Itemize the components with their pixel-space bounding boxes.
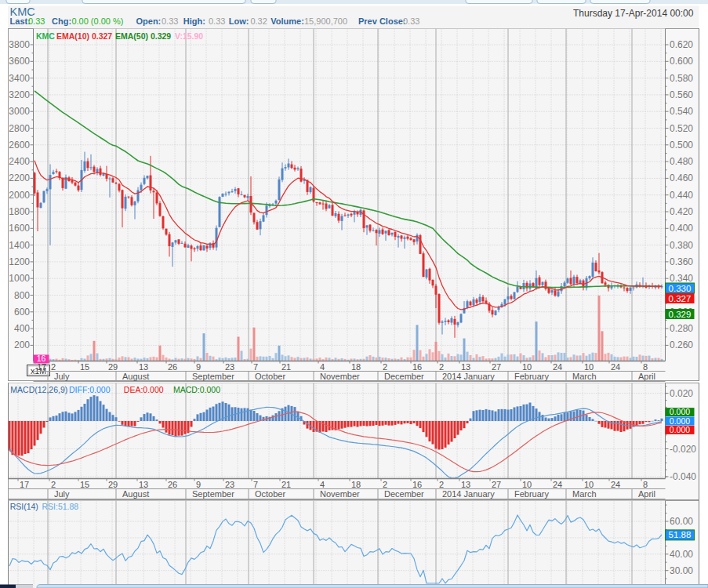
svg-text:2: 2 [439, 480, 444, 489]
svg-text:Volume:: Volume: [270, 16, 304, 26]
svg-text:1800: 1800 [9, 206, 30, 217]
svg-text:0.560: 0.560 [670, 89, 693, 100]
svg-text:21: 21 [281, 362, 291, 372]
svg-text:600: 600 [14, 307, 30, 318]
svg-text:0.280: 0.280 [670, 323, 693, 334]
svg-text:2: 2 [51, 480, 56, 489]
svg-text:2400: 2400 [9, 156, 30, 167]
svg-text:3000: 3000 [9, 106, 30, 117]
svg-text:2800: 2800 [9, 123, 30, 134]
svg-text:July: July [54, 489, 70, 499]
svg-text:0.460: 0.460 [670, 172, 693, 183]
svg-text:0.327: 0.327 [669, 294, 692, 303]
svg-text:November: November [320, 372, 360, 381]
svg-text:29: 29 [108, 480, 118, 489]
svg-text:0.33: 0.33 [28, 16, 45, 26]
svg-text:2014 January: 2014 January [442, 489, 495, 499]
svg-text:0.33: 0.33 [162, 16, 178, 26]
svg-text:0.32: 0.32 [250, 16, 267, 26]
svg-text:0.260: 0.260 [670, 339, 693, 350]
svg-text:3200: 3200 [9, 89, 30, 100]
svg-text:MACD:0.000: MACD:0.000 [173, 385, 220, 394]
svg-text:0.580: 0.580 [670, 73, 693, 84]
svg-text:1600: 1600 [9, 223, 30, 234]
svg-text:2: 2 [383, 362, 387, 372]
svg-text:7: 7 [253, 362, 258, 372]
svg-text:0.00 (0.00 %): 0.00 (0.00 %) [71, 16, 123, 26]
svg-text:September: September [192, 489, 234, 499]
svg-text:15,900,700: 15,900,700 [304, 16, 347, 26]
svg-text:8: 8 [643, 362, 648, 372]
svg-text:December: December [384, 372, 424, 381]
svg-text:16: 16 [412, 480, 422, 489]
svg-text:13: 13 [139, 362, 148, 372]
svg-text:9: 9 [196, 362, 201, 372]
svg-text:0.020: 0.020 [670, 388, 693, 399]
svg-text:0.400: 0.400 [670, 223, 693, 234]
svg-text:0.500: 0.500 [670, 140, 693, 151]
svg-text:17: 17 [20, 480, 29, 489]
svg-text:Low:: Low: [229, 16, 249, 26]
svg-text:2: 2 [439, 362, 444, 372]
svg-text:0.440: 0.440 [670, 190, 693, 201]
svg-text:800: 800 [14, 290, 30, 301]
svg-text:4: 4 [320, 362, 325, 372]
svg-text:26: 26 [168, 362, 177, 372]
svg-text:3400: 3400 [9, 73, 30, 84]
svg-text:2: 2 [383, 480, 387, 489]
svg-text:51.88: 51.88 [669, 530, 692, 539]
svg-text:RSI(14): RSI(14) [10, 502, 38, 511]
svg-text:15: 15 [80, 480, 89, 489]
svg-text:16: 16 [412, 362, 422, 372]
svg-text:-0.040: -0.040 [670, 471, 696, 482]
svg-text:24: 24 [611, 362, 620, 372]
svg-text:0.620: 0.620 [670, 39, 693, 50]
svg-text:Open:: Open: [136, 16, 162, 26]
svg-text:17: 17 [37, 362, 46, 372]
svg-text:Chg:: Chg: [52, 16, 71, 26]
svg-text:July: July [54, 372, 70, 381]
svg-text:60.00: 60.00 [670, 516, 693, 527]
svg-text:V:15.90: V:15.90 [175, 31, 203, 41]
svg-text:April: April [638, 489, 655, 499]
svg-text:0.480: 0.480 [670, 156, 693, 167]
svg-text:September: September [192, 372, 234, 381]
svg-text:18: 18 [351, 362, 361, 372]
svg-text:40.00: 40.00 [670, 549, 693, 560]
svg-text:0.340: 0.340 [670, 273, 693, 284]
svg-text:August: August [122, 489, 149, 499]
svg-text:RSI:51.88: RSI:51.88 [42, 502, 79, 511]
svg-text:March: March [572, 489, 597, 499]
svg-text:23: 23 [225, 480, 234, 489]
svg-text:0.520: 0.520 [670, 123, 693, 134]
svg-text:MACD(12,26,9): MACD(12,26,9) [10, 385, 67, 394]
svg-text:February: February [514, 372, 550, 381]
svg-text:30.00: 30.00 [670, 565, 693, 576]
svg-text:November: November [320, 489, 360, 499]
svg-text:EMA(50) 0.329: EMA(50) 0.329 [115, 31, 171, 41]
svg-text:0.000: 0.000 [670, 416, 690, 426]
svg-text:29: 29 [108, 362, 118, 372]
svg-text:March: March [572, 372, 597, 381]
svg-text:0.000: 0.000 [670, 407, 690, 416]
svg-text:Last:: Last: [10, 16, 31, 26]
svg-text:7: 7 [253, 480, 258, 489]
svg-text:13: 13 [461, 480, 470, 489]
svg-text:21: 21 [281, 480, 291, 489]
svg-text:Prev Close:: Prev Close: [358, 16, 406, 26]
svg-text:24: 24 [553, 480, 562, 489]
svg-text:0.33: 0.33 [209, 16, 225, 26]
svg-text:DIFF:0.000: DIFF:0.000 [69, 385, 111, 394]
svg-text:15: 15 [80, 362, 89, 372]
svg-text:0.360: 0.360 [670, 256, 693, 267]
svg-text:3600: 3600 [9, 56, 30, 67]
svg-text:2000: 2000 [9, 190, 30, 201]
svg-text:10: 10 [584, 362, 594, 372]
svg-text:200: 200 [14, 339, 30, 350]
svg-text:2600: 2600 [9, 140, 30, 151]
svg-text:Thursday 17-Apr-2014 00:00: Thursday 17-Apr-2014 00:00 [573, 8, 694, 19]
svg-text:0.33: 0.33 [403, 16, 419, 26]
svg-text:18: 18 [351, 480, 361, 489]
svg-text:0.000: 0.000 [670, 425, 690, 434]
svg-text:400: 400 [14, 323, 30, 334]
